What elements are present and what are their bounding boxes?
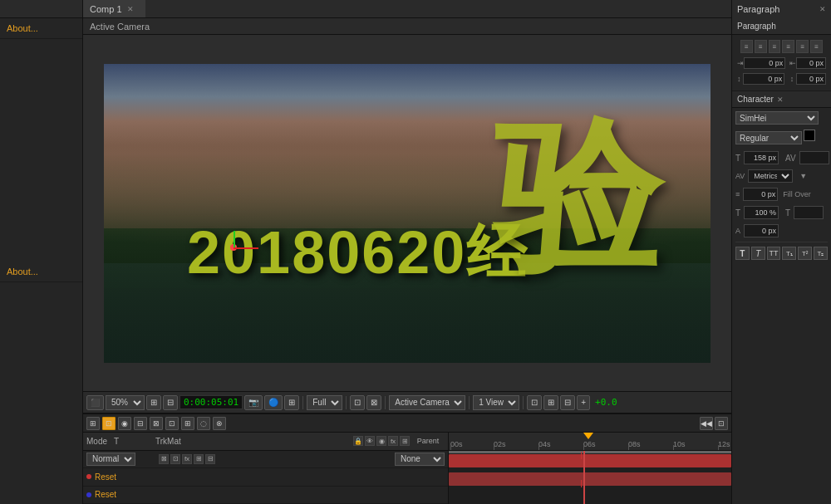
- tl-fx-col[interactable]: fx: [388, 436, 398, 446]
- view-select[interactable]: 1 View: [473, 395, 519, 410]
- scale-v-input[interactable]: [794, 206, 824, 219]
- tl-panel-btn[interactable]: ⊞: [86, 417, 100, 430]
- para-header-label: Paragraph: [737, 22, 776, 31]
- align-left-btn[interactable]: ≡: [740, 40, 753, 53]
- scale-h-input[interactable]: [744, 206, 779, 219]
- super-btn[interactable]: T²: [798, 247, 812, 260]
- layer1-label[interactable]: Reset: [95, 472, 116, 482]
- mode-select[interactable]: Normal: [86, 453, 135, 466]
- ruler-mark-1: 02s: [494, 440, 506, 448]
- align-center-btn[interactable]: ≡: [755, 40, 767, 53]
- parent-select[interactable]: None: [395, 453, 445, 466]
- tl-jump-start[interactable]: ◀◀: [700, 417, 713, 430]
- tl-header-icons: 🔒 👁 ◉ fx ⊞ Parent: [353, 436, 445, 446]
- kerning-input[interactable]: [743, 188, 778, 201]
- indent4-input[interactable]: [796, 73, 826, 85]
- tl-ruler: 00s 02s 04s 06s 08s 10s 12s: [449, 433, 731, 451]
- mode-icon5[interactable]: ⊟: [205, 454, 215, 464]
- tl-graph-btn[interactable]: ⊠: [150, 417, 163, 430]
- comp-tab[interactable]: Comp 1 ✕: [83, 0, 145, 17]
- mode-icon3[interactable]: fx: [182, 454, 192, 464]
- pixel-aspect-btn[interactable]: ⊠: [366, 395, 381, 410]
- tl-track-area[interactable]: [449, 453, 731, 489]
- camera-capture-btn[interactable]: 📷: [244, 395, 263, 410]
- comp-tab-close[interactable]: ✕: [127, 5, 134, 13]
- tl-eye-btn[interactable]: 👁: [365, 436, 375, 446]
- tl-track-bar-2[interactable]: [449, 472, 731, 486]
- font-size-input[interactable]: [744, 151, 779, 164]
- tl-solo-col[interactable]: ◉: [376, 436, 386, 446]
- tl-keyframe-btn[interactable]: ⊗: [213, 417, 226, 430]
- indent2-input[interactable]: [796, 57, 826, 69]
- align-justify2-btn[interactable]: ≡: [796, 40, 809, 53]
- tracking-select[interactable]: Metrics: [748, 169, 793, 183]
- viewport[interactable]: 20180620经 验: [83, 35, 731, 391]
- smallcaps-btn[interactable]: T₁: [782, 247, 796, 260]
- bold-btn[interactable]: T: [735, 247, 750, 260]
- checkerboard-btn[interactable]: ⊞: [284, 395, 299, 410]
- sub-btn[interactable]: T₂: [814, 247, 828, 260]
- tl-track-bar-1[interactable]: [449, 454, 731, 467]
- comp-options-btn[interactable]: ⊞: [543, 395, 558, 410]
- indent3-icon: ↕: [737, 75, 741, 83]
- sep4: [469, 396, 470, 409]
- grid-btn[interactable]: ⊟: [163, 395, 178, 410]
- sync-btn[interactable]: ⊡: [527, 395, 542, 410]
- timeline-right[interactable]: 00s 02s 04s 06s 08s 10s 12s: [449, 433, 731, 504]
- font-color-swatch[interactable]: [804, 130, 815, 141]
- tl-track-1[interactable]: [449, 453, 731, 469]
- timeline-top-bar: ⊞ ⊡ ◉ ⊟ ⊠ ⊡ ⊞ ◌ ⊗ ◀◀ ⊡: [83, 414, 731, 433]
- para-indent1-row: ⇥ ⇤: [737, 56, 826, 71]
- tl-frame-blend[interactable]: ⊞: [400, 436, 410, 446]
- tl-lock-btn[interactable]: 🔒: [353, 436, 363, 446]
- layer2-label[interactable]: Reset: [95, 490, 116, 499]
- tl-layer-row-2[interactable]: Reset: [83, 487, 448, 505]
- font-style-select[interactable]: Regular: [735, 131, 802, 144]
- main-layout: About... About... Active Camera 20180620: [0, 18, 831, 504]
- viewport-frame-btn[interactable]: ⬛: [86, 395, 104, 410]
- sep2: [346, 396, 347, 409]
- camera-select[interactable]: Active Camera: [389, 395, 465, 410]
- timecode-display[interactable]: 0:00:05:01: [179, 395, 243, 409]
- render-btn[interactable]: 🔵: [264, 395, 283, 410]
- indent3-input[interactable]: [743, 73, 784, 85]
- playhead[interactable]: [583, 451, 585, 504]
- tl-track-2[interactable]: [449, 471, 731, 487]
- tl-draftbtn[interactable]: ⊡: [165, 417, 179, 430]
- font-family-select[interactable]: SimHei: [735, 111, 819, 125]
- tl-expand-btn[interactable]: ⊡: [715, 417, 728, 430]
- region-of-interest-btn[interactable]: ⊡: [350, 395, 365, 410]
- indent1-input[interactable]: [744, 57, 785, 69]
- transform-gizmo[interactable]: [227, 241, 243, 257]
- snapping-btn[interactable]: ⊟: [560, 395, 575, 410]
- baseline-row: A: [732, 223, 831, 239]
- mode-icon2[interactable]: ⊡: [170, 454, 180, 464]
- mode-icon1[interactable]: ⊠: [159, 454, 169, 464]
- char-panel-close[interactable]: ✕: [777, 95, 784, 104]
- mode-icons: ⊠ ⊡ fx ⊞ ⊟: [159, 454, 215, 464]
- tl-layer-row-1[interactable]: Reset: [83, 468, 448, 487]
- align-justify3-btn[interactable]: ≡: [810, 40, 823, 53]
- guide-btn[interactable]: +: [577, 395, 590, 410]
- italic-btn[interactable]: T: [751, 247, 765, 260]
- leading-input[interactable]: [799, 151, 829, 164]
- sidebar-item-about2[interactable]: About...: [0, 262, 82, 282]
- allcaps-btn[interactable]: TT: [767, 247, 781, 260]
- tl-adjust-btn[interactable]: ⊟: [134, 417, 147, 430]
- baseline-input[interactable]: [744, 224, 779, 237]
- mode-icon4[interactable]: ⊞: [194, 454, 204, 464]
- zoom-fit-btn[interactable]: ⊞: [146, 395, 161, 410]
- zoom-select[interactable]: 50%: [106, 395, 145, 410]
- tl-framerate-btn[interactable]: ⊞: [181, 417, 194, 430]
- ruler-tick-4: [628, 445, 629, 450]
- mode-col-label: Mode: [86, 437, 107, 446]
- paragraph-panel-close[interactable]: ✕: [819, 5, 826, 13]
- tl-solo-btn[interactable]: ⊡: [102, 417, 116, 430]
- quality-select[interactable]: Full: [307, 395, 342, 410]
- align-right-btn[interactable]: ≡: [769, 40, 781, 53]
- tl-motion-blur-btn[interactable]: ◉: [118, 417, 131, 430]
- tl-cache-btn[interactable]: ◌: [197, 417, 210, 430]
- parent-row: None: [395, 453, 445, 466]
- align-justify-btn[interactable]: ≡: [782, 40, 794, 53]
- sidebar-item-about1[interactable]: About...: [0, 18, 82, 39]
